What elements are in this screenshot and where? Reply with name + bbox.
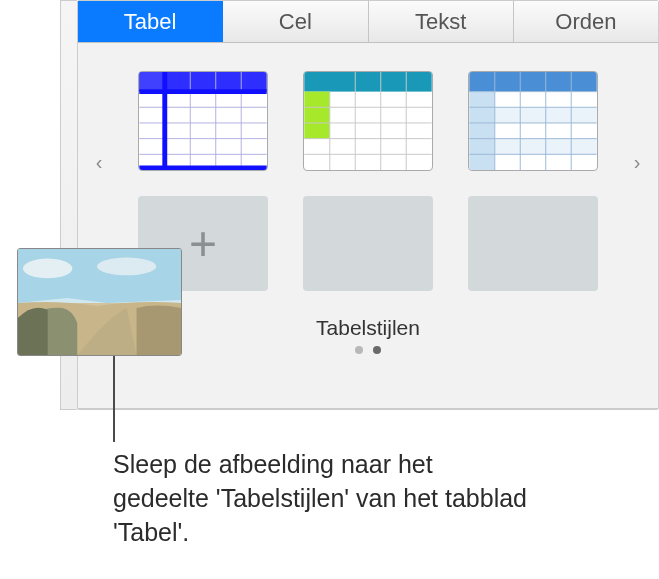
svg-point-39 [97,258,156,276]
table-style-placeholder[interactable] [468,196,598,291]
table-style-green-accent[interactable] [303,71,433,171]
tab-tekst[interactable]: Tekst [369,1,514,42]
styles-row-1 [118,71,618,171]
tab-tabel[interactable]: Tabel [78,1,223,42]
table-style-blue-bold[interactable] [138,71,268,171]
page-dot-1[interactable] [355,346,363,354]
section-title: Tabelstijlen [118,316,618,340]
tab-orden[interactable]: Orden [514,1,658,42]
table-style-blue-soft[interactable] [468,71,598,171]
beach-photo-icon [18,249,181,355]
svg-rect-24 [469,72,596,92]
svg-rect-1 [139,92,164,170]
table-style-icon [469,72,597,170]
table-style-placeholder[interactable] [303,196,433,291]
svg-rect-14 [304,72,431,92]
tab-cel[interactable]: Cel [223,1,368,42]
svg-rect-25 [469,92,494,170]
styles-next-button[interactable]: › [627,147,647,177]
table-style-icon [139,72,267,170]
svg-point-38 [23,259,72,279]
svg-rect-15 [304,92,329,139]
styles-row-2: + [118,196,618,291]
page-dot-2[interactable] [373,346,381,354]
styles-prev-button[interactable]: ‹ [89,147,109,177]
dragged-image-thumbnail[interactable] [17,248,182,356]
callout-text: Sleep de afbeelding naar het gedeelte 'T… [113,448,533,549]
chevron-left-icon: ‹ [96,151,103,174]
callout-connector [113,356,115,442]
plus-icon: + [189,216,217,271]
table-style-icon [304,72,432,170]
style-page-indicator [118,346,618,354]
svg-rect-2 [139,72,164,92]
chevron-right-icon: › [634,151,641,174]
inspector-tab-bar: Tabel Cel Tekst Orden [78,1,658,43]
